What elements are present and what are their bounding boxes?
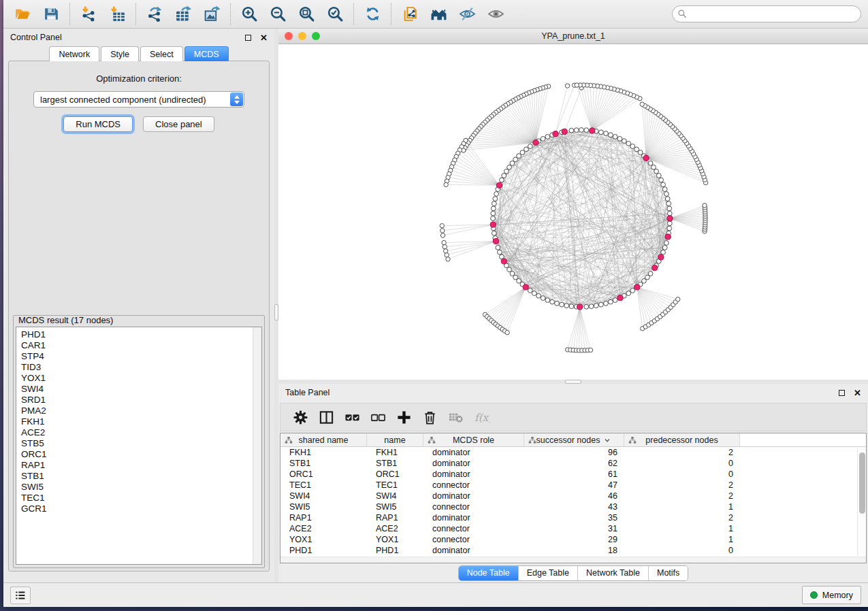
export-image-button[interactable] — [199, 3, 224, 25]
ring-node[interactable] — [541, 296, 545, 301]
table-panel-close-button[interactable]: ✕ — [854, 389, 861, 397]
leaf-node[interactable] — [446, 257, 450, 261]
ring-node[interactable] — [528, 288, 532, 293]
ring-node[interactable] — [648, 271, 653, 276]
tab-motifs[interactable]: Motifs — [649, 566, 688, 580]
table-row[interactable]: STB1STB1dominator620 — [280, 458, 866, 469]
houses-button[interactable] — [426, 3, 451, 25]
ring-node[interactable] — [662, 187, 667, 192]
ring-node[interactable] — [507, 267, 512, 272]
export-network-button[interactable] — [142, 3, 167, 25]
table-vertical-scrollbar[interactable] — [857, 448, 865, 556]
tab-select[interactable]: Select — [140, 46, 183, 61]
import-table-button[interactable] — [105, 3, 129, 25]
leaf-node[interactable] — [505, 331, 509, 335]
ring-node[interactable] — [491, 206, 496, 211]
tab-mcds[interactable]: MCDS — [184, 46, 229, 61]
mcds-hub-node[interactable] — [493, 239, 498, 244]
mcds-result-item[interactable]: SWI5 — [21, 482, 261, 493]
mcds-hub-node[interactable] — [658, 254, 664, 260]
ring-node[interactable] — [584, 304, 589, 309]
ring-node[interactable] — [652, 165, 656, 169]
export-table-button[interactable] — [171, 3, 195, 25]
ring-node[interactable] — [528, 144, 532, 149]
ring-node[interactable] — [498, 250, 502, 254]
eye-button[interactable] — [483, 3, 508, 25]
mcds-result-item[interactable]: STB1 — [21, 471, 261, 482]
ring-node[interactable] — [661, 182, 666, 187]
control-panel-float-button[interactable] — [244, 33, 252, 42]
mcds-hub-node[interactable] — [562, 129, 567, 134]
table-horizontal-scrollbar[interactable] — [280, 557, 866, 563]
mcds-hub-node[interactable] — [496, 182, 502, 188]
table-row[interactable]: SWI5SWI5connector431 — [280, 501, 866, 512]
ring-node[interactable] — [507, 165, 512, 169]
leaf-node[interactable] — [443, 245, 447, 249]
leaf-node[interactable] — [676, 297, 680, 301]
column-header-shared-name[interactable]: shared name — [280, 433, 367, 446]
ring-node[interactable] — [584, 128, 589, 133]
mcds-hub-node[interactable] — [490, 222, 496, 227]
ring-node[interactable] — [550, 299, 555, 304]
ring-node[interactable] — [517, 154, 521, 159]
mcds-result-item[interactable]: PMA2 — [21, 406, 261, 416]
table-row[interactable]: FKH1FKH1dominator962 — [280, 447, 866, 458]
ring-node[interactable] — [604, 131, 609, 136]
open-folder-button[interactable] — [10, 3, 35, 25]
zoom-out-button[interactable] — [266, 3, 290, 25]
column-header-MCDS-role[interactable]: MCDS role — [423, 433, 524, 446]
mcds-hub-node[interactable] — [533, 140, 539, 146]
mcds-hub-node[interactable] — [667, 216, 673, 221]
tab-network-table[interactable]: Network Table — [578, 566, 649, 580]
leaf-node[interactable] — [640, 102, 644, 106]
network-canvas[interactable] — [278, 44, 868, 380]
leaf-node[interactable] — [565, 84, 569, 88]
ring-node[interactable] — [513, 275, 518, 280]
ring-node[interactable] — [493, 197, 498, 201]
mcds-result-item[interactable]: CAR1 — [21, 340, 261, 351]
ring-node[interactable] — [491, 211, 496, 216]
save-button[interactable] — [39, 3, 63, 25]
leaf-node[interactable] — [440, 229, 445, 233]
ring-node[interactable] — [654, 169, 659, 174]
deselect-all-button[interactable] — [366, 406, 389, 429]
mcds-hub-node[interactable] — [643, 155, 649, 161]
leaf-node[interactable] — [440, 224, 444, 228]
ring-node[interactable] — [599, 130, 604, 135]
ring-node[interactable] — [626, 291, 631, 296]
run-mcds-button[interactable]: Run MCDS — [63, 116, 133, 132]
ring-node[interactable] — [648, 161, 653, 166]
leaf-node[interactable] — [445, 253, 449, 257]
ring-node[interactable] — [545, 135, 550, 139]
mcds-hub-node[interactable] — [617, 295, 623, 301]
ring-node[interactable] — [589, 304, 594, 309]
table-row[interactable]: PHD1PHD1dominator180 — [280, 545, 866, 556]
eye-slash-button[interactable] — [455, 3, 479, 25]
mcds-hub-node[interactable] — [652, 265, 658, 271]
ring-node[interactable] — [504, 169, 509, 174]
mcds-result-item[interactable]: GCR1 — [21, 503, 261, 514]
mcds-result-item[interactable]: TID3 — [21, 362, 261, 373]
zoom-fit-button[interactable] — [294, 3, 319, 25]
ring-node[interactable] — [604, 301, 609, 306]
mcds-result-item[interactable]: STP4 — [21, 351, 261, 362]
ring-node[interactable] — [517, 279, 521, 284]
tab-network[interactable]: Network — [49, 46, 99, 61]
window-minimize-traffic-light[interactable] — [298, 32, 306, 40]
ring-node[interactable] — [613, 298, 617, 303]
ring-node[interactable] — [494, 192, 499, 197]
table-scrollbar-thumb[interactable] — [859, 452, 865, 514]
mcds-list-scrollbar[interactable] — [253, 327, 261, 564]
table-row[interactable]: TEC1TEC1connector472 — [280, 480, 866, 491]
tab-style[interactable]: Style — [101, 46, 139, 61]
leaf-node[interactable] — [588, 348, 592, 352]
column-header-name[interactable]: name — [367, 433, 423, 446]
tab-edge-table[interactable]: Edge Table — [519, 566, 578, 580]
ring-node[interactable] — [492, 231, 496, 235]
copy-share-button[interactable] — [398, 3, 422, 25]
horizontal-splitter-grip[interactable] — [565, 380, 581, 384]
ring-node[interactable] — [579, 128, 584, 133]
gear-button[interactable] — [289, 406, 312, 429]
ring-node[interactable] — [667, 226, 672, 231]
leaf-node[interactable] — [440, 233, 445, 237]
